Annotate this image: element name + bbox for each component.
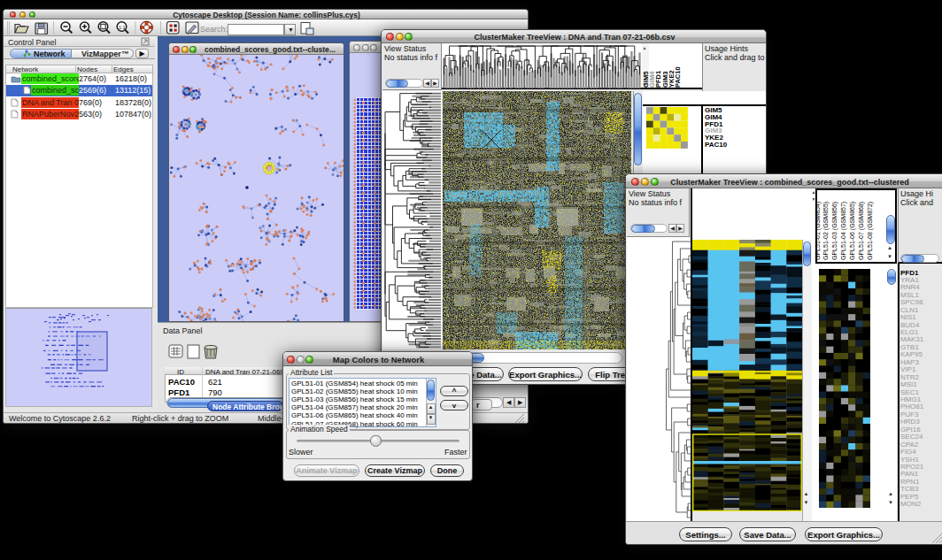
svg-text:1:1: 1:1 xyxy=(119,24,126,29)
